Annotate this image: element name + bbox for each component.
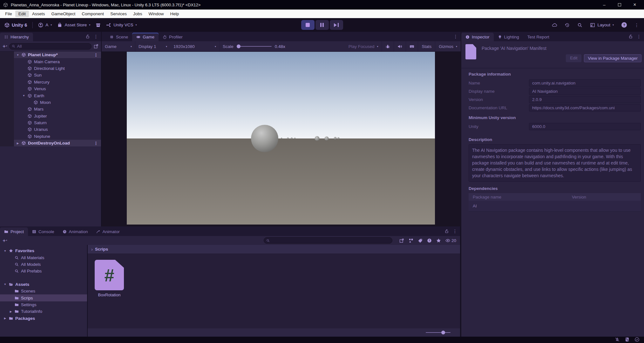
lock-icon[interactable]	[85, 34, 90, 39]
pause-button[interactable]	[315, 20, 329, 30]
resolution-dropdown[interactable]: 1920x1080▾	[170, 41, 220, 51]
project-tree-favorites[interactable]: ▼Favorites	[0, 247, 87, 254]
game-view-kebab-menu-icon[interactable]: ⋮	[453, 34, 458, 39]
debug-toggle[interactable]	[382, 41, 394, 51]
expander-icon[interactable]: ▼	[21, 94, 26, 97]
favorites-star-icon[interactable]	[436, 238, 441, 243]
hierarchy-item-dontdestroyonload[interactable]: ▶DontDestroyOnLoad⋮	[0, 140, 101, 146]
search-icon[interactable]	[577, 23, 582, 28]
project-tree-all-prefabs[interactable]: All Prefabs	[0, 268, 87, 274]
gizmos-dropdown[interactable]: Gizmos▾	[435, 41, 461, 51]
hierarchy-item-mars[interactable]: Mars	[0, 106, 101, 112]
tab-profiler[interactable]: Profiler	[159, 33, 187, 41]
tab-inspector[interactable]: Inspector	[461, 33, 494, 41]
tab-animation[interactable]: Animation	[58, 227, 92, 236]
menu-edit[interactable]: Edit	[15, 10, 29, 17]
search-by-type-icon[interactable]	[409, 238, 413, 243]
step-button[interactable]	[330, 20, 343, 30]
tab-animator[interactable]: Animator	[92, 227, 124, 236]
hierarchy-search-input[interactable]: All	[9, 43, 92, 50]
project-search-input[interactable]	[264, 237, 392, 244]
asset-item-boxrotation[interactable]: # BoxRotation	[95, 260, 124, 297]
history-icon[interactable]	[565, 23, 570, 28]
hierarchy-item-sun[interactable]: Sun	[0, 72, 101, 78]
project-tree-scenes[interactable]: Scenes	[0, 288, 87, 294]
view-in-package-manager-button[interactable]: View in Package Manager	[584, 54, 641, 62]
inspector-kebab-menu-icon[interactable]: ⋮	[637, 34, 641, 39]
cloud-icon[interactable]	[552, 23, 557, 28]
tab-game[interactable]: Game	[132, 33, 159, 41]
unity-vcs-dropdown[interactable]: Unity VCS ▾	[106, 23, 137, 28]
lock-icon[interactable]	[444, 229, 449, 233]
hierarchy-kebab-menu-icon[interactable]: ⋮	[94, 34, 98, 39]
stats-toggle[interactable]: Stats	[418, 41, 435, 51]
tab-hierarchy[interactable]: Hierarchy	[0, 33, 33, 41]
menu-window[interactable]: Window	[145, 10, 167, 17]
project-tree-assets[interactable]: ▼Assets	[0, 281, 87, 288]
breadcrumb-folder[interactable]: Scrips	[95, 247, 108, 252]
scale-slider[interactable]	[237, 46, 272, 47]
create-object-button[interactable]: +▾	[3, 44, 7, 49]
field-version-value[interactable]: 2.0.9	[529, 96, 641, 103]
menu-file[interactable]: File	[2, 10, 15, 17]
item-kebab-menu-icon[interactable]: ⋮	[94, 53, 98, 57]
tab-console[interactable]: Console	[28, 227, 58, 236]
input-toggle[interactable]	[406, 41, 418, 51]
project-kebab-menu-icon[interactable]: ⋮	[453, 229, 457, 233]
visible-items-counter[interactable]: 20	[445, 238, 456, 243]
account-dropdown[interactable]: A ▾	[38, 23, 52, 28]
play-focused-dropdown[interactable]: Play Focused▾	[345, 41, 382, 51]
asset-store-dropdown[interactable]: Asset Store ▾	[57, 23, 90, 28]
maximize-button[interactable]	[617, 2, 622, 7]
field-name-value[interactable]: com.unity.ai.navigation	[529, 79, 641, 87]
close-button[interactable]: ×	[633, 2, 637, 8]
create-asset-button[interactable]: +▾	[3, 238, 7, 243]
hierarchy-item-earth[interactable]: ▼Earth	[0, 92, 101, 99]
thumbnail-slider-handle[interactable]	[441, 331, 445, 334]
tab-project[interactable]: Project	[0, 227, 28, 236]
hierarchy-item-jupiter[interactable]: Jupiter	[0, 113, 101, 119]
project-tree-settings[interactable]: Settings	[0, 301, 87, 308]
minimize-button[interactable]: –	[602, 2, 607, 7]
hierarchy-item-directional-light[interactable]: Directional Light	[0, 65, 101, 72]
help-icon[interactable]: ?	[621, 22, 627, 28]
project-tree-tutorialinfo[interactable]: ▶TutorialInfo	[0, 308, 87, 315]
expander-icon[interactable]: ▶	[3, 317, 8, 320]
menu-assets[interactable]: Assets	[29, 10, 48, 17]
open-in-window-icon[interactable]	[399, 238, 404, 243]
project-tree-packages[interactable]: ▶Packages	[0, 315, 87, 322]
menu-component[interactable]: Component	[78, 10, 107, 17]
open-in-window-icon[interactable]	[94, 44, 98, 49]
scale-slider-handle[interactable]	[237, 44, 241, 48]
menu-help[interactable]: Help	[167, 10, 182, 17]
importance-icon[interactable]	[427, 238, 432, 243]
layout-dropdown[interactable]: Layout ▾	[590, 23, 614, 28]
menu-services[interactable]: Services	[107, 10, 130, 17]
field-display-name-value[interactable]: AI Navigation	[529, 88, 641, 95]
menu-jobs[interactable]: Jobs	[130, 10, 146, 17]
project-tree-all-materials[interactable]: All Materials	[0, 254, 87, 261]
progress-ok-icon[interactable]	[634, 337, 640, 342]
play-stop-button[interactable]	[301, 20, 315, 30]
thumbnail-size-slider[interactable]	[426, 332, 451, 333]
hierarchy-item-planet-lineup[interactable]: ▼Planet Lineup*⋮	[0, 51, 101, 58]
tab-lighting[interactable]: Lighting	[494, 33, 523, 41]
game-view-mode-dropdown[interactable]: Game▾	[102, 41, 135, 51]
game-render[interactable]	[127, 52, 435, 225]
display-dropdown[interactable]: Display 1▾	[135, 41, 170, 51]
hierarchy-item-main-camera[interactable]: Main Camera	[0, 58, 101, 65]
hierarchy-item-mercury[interactable]: Mercury	[0, 79, 101, 85]
expander-icon[interactable]: ▶	[8, 310, 13, 313]
lock-icon[interactable]	[628, 34, 633, 39]
edit-button[interactable]: Edit	[566, 54, 581, 62]
project-tree-all-models[interactable]: All Models	[0, 261, 87, 268]
expander-icon[interactable]: ▼	[3, 283, 8, 286]
archive-box-icon[interactable]	[96, 23, 101, 28]
item-kebab-menu-icon[interactable]: ⋮	[94, 141, 98, 145]
hierarchy-item-saturn[interactable]: Saturn	[0, 119, 101, 126]
menu-gameobject[interactable]: GameObject	[48, 10, 79, 17]
expander-icon[interactable]: ▼	[3, 249, 8, 252]
hierarchy-item-neptune[interactable]: Neptune	[0, 133, 101, 140]
hierarchy-item-uranus[interactable]: Uranus	[0, 126, 101, 133]
dependency-row[interactable]: AI	[469, 201, 641, 212]
